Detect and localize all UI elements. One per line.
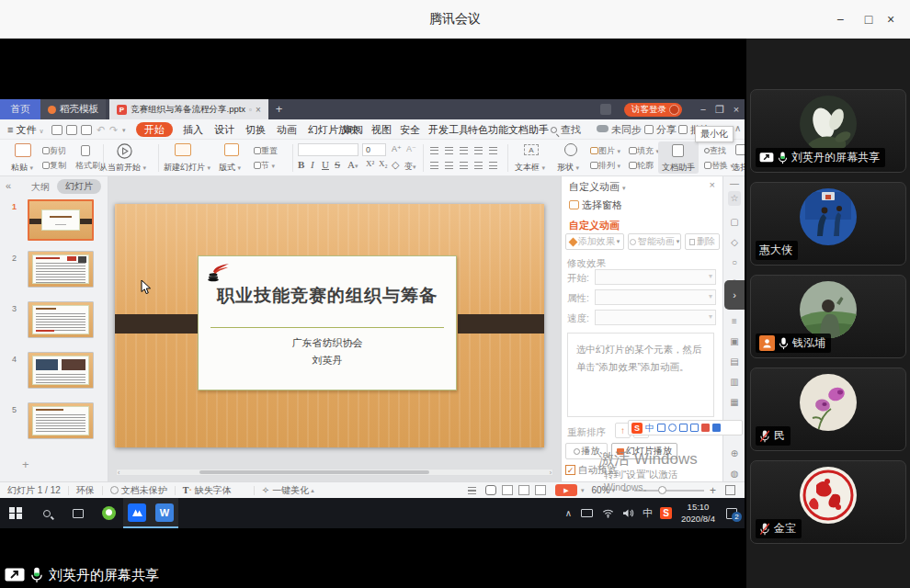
properties-icon[interactable]: ▢ — [728, 217, 741, 227]
align-center-icon[interactable] — [445, 162, 453, 169]
tab-list-icon[interactable] — [600, 104, 611, 115]
layout-button[interactable]: 版式 ▾ — [219, 162, 241, 174]
slide-title-card[interactable]: 职业技能竞赛的组织与筹备 广东省纺织协会 刘英丹 — [198, 255, 457, 390]
task-view-button[interactable] — [63, 498, 94, 528]
taskbar-search-button[interactable] — [31, 498, 63, 528]
fit-window-icon[interactable] — [725, 485, 735, 495]
one-click-beautify[interactable]: 一键美化 — [272, 484, 309, 497]
missing-font[interactable]: 缺失字体 — [195, 484, 232, 497]
ribbon-tab-design[interactable]: 设计 — [213, 119, 235, 140]
start-combo[interactable] — [595, 269, 716, 285]
strip-collapse-icon[interactable]: — — [728, 178, 741, 188]
browser-app-button[interactable] — [94, 498, 123, 528]
battery-icon[interactable] — [581, 509, 593, 517]
section-button[interactable]: 节 ▾ — [254, 160, 275, 172]
slideshow-button[interactable]: ▶ — [555, 484, 577, 496]
delete-effect-button[interactable]: 删除 — [685, 233, 720, 250]
minimize-button[interactable]: − — [829, 9, 851, 29]
subscript-button[interactable]: X₂ — [379, 159, 388, 168]
slide-thumbnail-4[interactable] — [28, 352, 94, 389]
speed-combo[interactable] — [595, 310, 716, 325]
archive-icon[interactable]: ▥ — [728, 377, 741, 387]
outline-tab[interactable]: 大纲 — [31, 181, 50, 194]
wps-app-button[interactable]: W — [151, 498, 178, 528]
ribbon-tab-assistant[interactable]: 文档助手 — [507, 119, 550, 140]
superscript-button[interactable]: X² — [366, 159, 374, 168]
decrease-indent-icon[interactable] — [460, 147, 468, 154]
justify-icon[interactable] — [474, 162, 483, 169]
tab-document[interactable]: P 竞赛组织与筹备流程分享.pptx ▫ × — [109, 99, 268, 119]
notification-center-button[interactable]: 2 — [726, 508, 737, 519]
numbering-icon[interactable] — [445, 147, 453, 154]
slide-thumbnail-1[interactable] — [28, 199, 94, 241]
font-size-combo[interactable]: 0 — [362, 143, 386, 156]
line-spacing-icon[interactable] — [489, 162, 497, 169]
align-right-icon[interactable] — [460, 162, 468, 169]
ribbon-tab-devtools[interactable]: 开发工具 — [427, 119, 470, 140]
play-from-current-icon[interactable] — [116, 142, 133, 160]
font-name-combo[interactable] — [298, 143, 358, 156]
slide-canvas[interactable]: 职业技能竞赛的组织与筹备 广东省纺织协会 刘英丹 — [115, 204, 544, 447]
collapse-panel-icon[interactable]: « — [6, 180, 11, 191]
sync-status[interactable]: 未同步 ▾ — [596, 119, 649, 141]
ime-punct-icon[interactable] — [657, 424, 665, 432]
zoom-out-button[interactable]: − — [622, 484, 629, 497]
help-icon[interactable]: ⊕ — [728, 448, 741, 458]
zoom-slider[interactable] — [634, 490, 704, 492]
export-icon[interactable]: ▤ — [728, 356, 741, 367]
select-pane-button[interactable]: 选择窗格 — [569, 198, 622, 212]
ribbon-tab-animation[interactable]: 动画 — [276, 119, 298, 140]
ribbon-tab-transition[interactable]: 切换 — [245, 119, 267, 140]
settings-icon[interactable]: ≡ — [728, 316, 741, 326]
add-effect-button[interactable]: 添加效果▾ — [565, 233, 624, 250]
find-menu[interactable]: 查找 — [550, 119, 582, 140]
tab-pin-icon[interactable]: ▫ — [249, 106, 252, 114]
slide-editor[interactable]: 职业技能竞赛的组织与筹备 广东省纺织协会 刘英丹 ‹ › — [108, 176, 561, 481]
scroll-right-icon[interactable]: › — [550, 469, 552, 476]
ribbon-tab-features[interactable]: 特色功能 — [467, 119, 509, 140]
textbox-icon[interactable]: A — [524, 144, 539, 155]
increase-indent-icon[interactable] — [474, 147, 483, 154]
outline-button[interactable]: 轮廓 — [629, 160, 654, 172]
shapes-button[interactable]: 形状 ▾ — [557, 162, 579, 174]
animation-pane-icon[interactable]: ☆ — [728, 191, 741, 206]
volume-icon[interactable] — [622, 508, 634, 518]
cut-button[interactable]: 剪切 — [42, 145, 66, 157]
shape-fill-icon[interactable]: ◇ — [728, 237, 741, 247]
sogou-tray-icon[interactable]: S — [660, 507, 672, 519]
participant-tile[interactable]: 惠大侠 — [750, 182, 906, 266]
tab-close-icon[interactable]: × — [256, 105, 261, 115]
strikethrough-button[interactable]: S — [335, 159, 340, 170]
notes-view-icon[interactable] — [535, 485, 546, 495]
ime-voice-icon[interactable] — [679, 424, 688, 432]
participant-tile[interactable]: 民 — [750, 368, 906, 451]
textbox-button[interactable]: 文本框 ▾ — [515, 162, 545, 174]
close-button[interactable]: × — [880, 9, 902, 29]
scroll-left-icon[interactable]: ‹ — [118, 469, 119, 476]
new-slide-button[interactable]: 新建幻灯片 ▾ — [164, 162, 210, 174]
scrollbar-thumb[interactable] — [199, 470, 429, 474]
participant-tile[interactable]: 金宝 — [750, 460, 906, 544]
replace-button[interactable]: 替换 ▾ — [704, 160, 734, 172]
slide-thumbnail-5[interactable] — [28, 402, 94, 439]
doc-unprotected[interactable]: 文档未保护 — [121, 484, 167, 497]
select-pane-button[interactable]: 选择窗格 — [732, 162, 745, 174]
sogou-logo-icon[interactable]: S — [631, 423, 643, 434]
align-left-icon[interactable] — [430, 162, 438, 169]
wps-minimize-button[interactable]: − — [695, 100, 711, 119]
maximize-button[interactable]: □ — [858, 9, 880, 29]
reset-button[interactable]: 重置 — [254, 145, 278, 157]
participant-tile[interactable]: 刘英丹的屏幕共享 — [750, 89, 906, 173]
new-tab-button[interactable]: + — [268, 99, 290, 119]
find-button[interactable]: 查找 — [704, 145, 726, 157]
shapes-icon[interactable] — [564, 143, 577, 156]
ime-toolbox-icon[interactable] — [712, 424, 721, 432]
doc-assistant-button[interactable]: 文档助手 — [662, 162, 695, 174]
collapse-ribbon-icon[interactable]: ∧ — [734, 123, 741, 133]
arrange-button[interactable]: 排列 ▾ — [590, 160, 620, 172]
text-direction-icon[interactable] — [489, 147, 497, 154]
zoom-level[interactable]: 60% — [591, 485, 609, 495]
smart-animation-button[interactable]: 智能动画▾ — [628, 233, 681, 250]
doc-assistant-icon[interactable] — [672, 144, 684, 157]
slides-tab[interactable]: 幻灯片 — [57, 179, 101, 194]
